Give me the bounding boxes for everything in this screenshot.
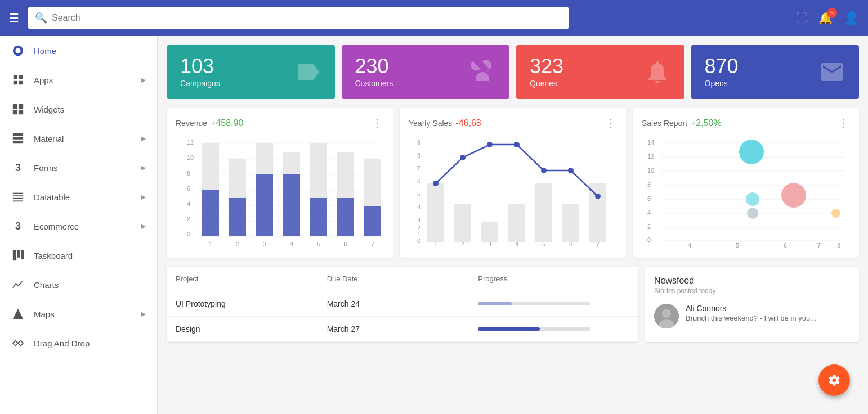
svg-text:4: 4 xyxy=(187,200,190,207)
maps-icon xyxy=(11,307,25,321)
svg-text:6: 6 xyxy=(417,178,420,184)
svg-rect-19 xyxy=(21,250,25,259)
yearly-sales-title: Yearly Sales xyxy=(409,119,452,128)
sales-report-more[interactable]: ⋮ xyxy=(839,117,850,129)
svg-rect-45 xyxy=(283,174,300,236)
opens-icon xyxy=(818,58,845,86)
news-content: Ali Connors Brunch this weekend? - I wil… xyxy=(686,304,816,322)
svg-rect-8 xyxy=(13,110,17,114)
svg-text:7: 7 xyxy=(371,241,374,248)
home-icon xyxy=(11,44,25,57)
svg-marker-20 xyxy=(13,309,23,319)
sidebar-item-ecommerce[interactable]: 3 Ecommerce ▶ xyxy=(0,212,157,241)
sidebar-label-charts: Charts xyxy=(34,280,146,290)
apps-icon xyxy=(11,73,25,87)
svg-text:4: 4 xyxy=(417,204,420,210)
revenue-chart-card: Revenue +458,90 ⋮ 12 10 8 6 4 2 0 xyxy=(167,108,393,258)
notification-badge: 5 xyxy=(827,8,837,18)
yearly-sales-more[interactable]: ⋮ xyxy=(606,117,617,129)
sidebar-label-maps: Maps xyxy=(34,309,132,319)
sidebar-label-datatable: Datatable xyxy=(34,192,132,202)
opens-number: 870 xyxy=(705,56,739,76)
svg-point-1 xyxy=(15,48,20,53)
stat-card-opens: 870 Opens xyxy=(691,45,860,99)
svg-point-103 xyxy=(739,140,764,164)
row2-project: Design xyxy=(176,325,327,334)
fab-button[interactable] xyxy=(818,364,850,396)
col-due-date: Due Date xyxy=(327,274,478,283)
svg-text:7: 7 xyxy=(417,165,420,172)
svg-rect-14 xyxy=(13,195,23,196)
charts-row: Revenue +458,90 ⋮ 12 10 8 6 4 2 0 xyxy=(167,108,859,258)
apps-arrow-icon: ▶ xyxy=(141,76,146,84)
sidebar-item-apps[interactable]: Apps ▶ xyxy=(0,65,157,94)
svg-rect-13 xyxy=(13,193,23,194)
fullscreen-icon[interactable]: ⛶ xyxy=(796,12,807,25)
search-icon: 🔍 xyxy=(35,12,47,24)
sidebar-item-widgets[interactable]: Widgets xyxy=(0,94,157,124)
sidebar-item-material[interactable]: Material ▶ xyxy=(0,124,157,153)
sidebar-item-forms[interactable]: 3 Forms ▶ xyxy=(0,153,157,182)
svg-point-76 xyxy=(514,142,520,147)
svg-text:4: 4 xyxy=(647,209,651,216)
svg-text:4: 4 xyxy=(515,241,518,248)
svg-point-105 xyxy=(747,208,758,219)
table-row: Design March 27 xyxy=(167,317,638,342)
maps-arrow-icon: ▶ xyxy=(141,310,146,318)
svg-rect-72 xyxy=(589,183,606,242)
sidebar-label-apps: Apps xyxy=(34,75,132,85)
svg-rect-12 xyxy=(13,141,23,144)
svg-text:6: 6 xyxy=(647,195,651,202)
svg-point-73 xyxy=(433,181,439,186)
revenue-chart-value: +458,90 xyxy=(211,118,243,128)
stat-card-campaigns: 103 Campaigns xyxy=(167,45,335,99)
hamburger-icon[interactable]: ☰ xyxy=(9,11,19,25)
svg-rect-5 xyxy=(19,81,23,84)
row1-progress-bar xyxy=(478,302,512,305)
svg-text:2: 2 xyxy=(647,223,651,230)
svg-text:6: 6 xyxy=(569,241,572,248)
sidebar-item-charts[interactable]: Charts xyxy=(0,270,157,299)
row2-progress-bar xyxy=(478,327,540,331)
bottom-row: Project Due Date Progress UI Prototyping… xyxy=(167,267,859,342)
sidebar-label-material: Material xyxy=(34,134,132,143)
customers-icon xyxy=(469,58,496,86)
svg-point-79 xyxy=(595,194,601,199)
svg-text:3: 3 xyxy=(263,241,266,248)
row2-due-date: March 27 xyxy=(327,325,478,334)
customers-number: 230 xyxy=(355,56,393,76)
revenue-chart-more[interactable]: ⋮ xyxy=(373,117,384,129)
svg-rect-42 xyxy=(202,190,219,236)
svg-point-78 xyxy=(568,168,574,173)
sidebar-item-datatable[interactable]: Datatable ▶ xyxy=(0,182,157,212)
material-icon xyxy=(11,132,25,145)
sidebar-item-maps[interactable]: Maps ▶ xyxy=(0,299,157,328)
opens-label: Opens xyxy=(705,79,739,88)
svg-text:3: 3 xyxy=(417,217,420,223)
svg-rect-9 xyxy=(19,110,23,114)
sidebar-item-draganddrop[interactable]: Drag And Drop xyxy=(0,328,157,358)
newsfeed-title: Newsfeed xyxy=(654,276,850,286)
queries-number: 323 xyxy=(530,56,563,76)
sidebar-label-home: Home xyxy=(34,46,146,56)
forms-arrow-icon: ▶ xyxy=(141,164,146,172)
svg-rect-2 xyxy=(14,75,17,79)
row1-due-date: March 24 xyxy=(327,299,478,308)
sidebar-item-taskboard[interactable]: Taskboard xyxy=(0,241,157,270)
material-arrow-icon: ▶ xyxy=(141,134,146,142)
search-input[interactable] xyxy=(52,13,562,23)
svg-text:12: 12 xyxy=(187,139,194,146)
user-icon[interactable]: 👤 xyxy=(844,11,859,25)
notification-icon[interactable]: 🔔 5 xyxy=(818,11,833,25)
svg-text:6: 6 xyxy=(344,241,347,248)
sidebar-label-widgets: Widgets xyxy=(34,105,146,114)
sidebar-item-home[interactable]: Home xyxy=(0,36,157,65)
svg-point-75 xyxy=(487,142,493,147)
taskboard-icon xyxy=(11,249,25,262)
forms-icon: 3 xyxy=(11,161,25,174)
svg-text:2: 2 xyxy=(187,215,190,222)
app-header: ☰ 🔍 ⛶ 🔔 5 👤 xyxy=(0,0,868,36)
ecommerce-arrow-icon: ▶ xyxy=(141,222,146,230)
svg-text:0: 0 xyxy=(647,236,651,243)
svg-text:6: 6 xyxy=(784,242,787,249)
